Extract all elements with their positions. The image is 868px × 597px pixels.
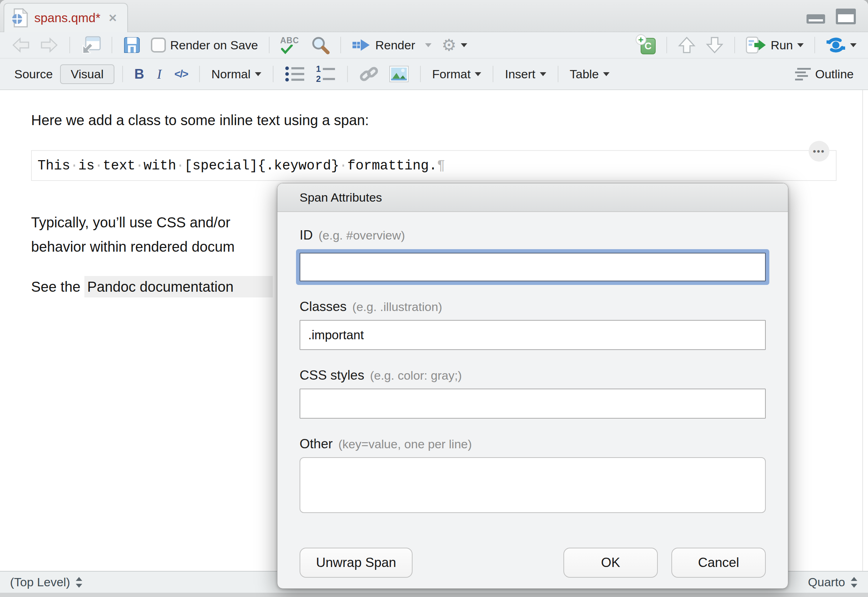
window-bottom-edge xyxy=(0,593,868,597)
paragraph-typically: Typically, you’ll use CSS and/or behavio… xyxy=(31,210,234,259)
span-attributes-dialog: Span Attributes ID (e.g. #overview) Clas… xyxy=(277,183,788,589)
other-field-label: Other (key=value, one per line) xyxy=(300,437,766,451)
bold-button[interactable]: B xyxy=(131,64,148,84)
spellcheck-button[interactable]: ABC xyxy=(277,34,304,56)
forward-button[interactable] xyxy=(37,35,62,55)
paragraph-intro: Here we add a class to some inline text … xyxy=(31,112,369,128)
render-icon xyxy=(352,37,371,53)
render-button[interactable]: Render xyxy=(348,35,419,55)
css-styles-hint: (e.g. color: gray;) xyxy=(370,368,462,383)
paragraph-style-dropdown[interactable]: Normal xyxy=(208,65,265,83)
chevron-down-icon xyxy=(475,72,481,79)
italic-icon: I xyxy=(155,66,164,82)
tab-spans-qmd[interactable]: spans.qmd* ✕ xyxy=(4,3,128,32)
italic-button[interactable]: I xyxy=(151,64,167,84)
other-input[interactable] xyxy=(300,457,766,513)
ellipsis-icon: ••• xyxy=(813,146,825,156)
run-icon xyxy=(746,36,767,54)
tab-title: spans.qmd* xyxy=(34,11,101,25)
outline-level-selector[interactable]: (Top Level) xyxy=(10,575,83,589)
toolbar-separator xyxy=(199,66,200,82)
render-options-dropdown[interactable] xyxy=(421,37,435,52)
rerun-button[interactable] xyxy=(822,34,860,56)
css-styles-label: CSS styles xyxy=(300,368,364,383)
render-on-save-checkbox[interactable] xyxy=(151,37,166,52)
render-settings-button[interactable]: ⚙ xyxy=(438,35,470,55)
cancel-button[interactable]: Cancel xyxy=(671,548,766,578)
chevron-down-icon xyxy=(797,43,804,50)
span-code-block[interactable]: This·is·text·with·[special]{.keyword}·fo… xyxy=(31,150,837,181)
arrow-down-icon xyxy=(706,36,724,53)
render-on-save-checkbox-group[interactable]: Render on Save xyxy=(147,36,262,55)
image-icon xyxy=(389,66,409,82)
bullet-list-icon xyxy=(285,65,305,83)
numbered-list-button[interactable]: 1 2 xyxy=(312,63,339,85)
toolbar-separator xyxy=(493,66,493,82)
paragraph-see-the: See the Pandoc documentation xyxy=(31,279,273,295)
toolbar-separator xyxy=(347,66,348,82)
svg-text:1: 1 xyxy=(316,65,320,74)
dialog-body: ID (e.g. #overview) Classes (e.g. .illus… xyxy=(277,212,788,588)
bullet-list-button[interactable] xyxy=(281,63,309,85)
tab-close-icon[interactable]: ✕ xyxy=(107,12,119,24)
run-button[interactable]: Run xyxy=(742,34,807,56)
link-icon xyxy=(359,65,378,83)
insert-menu[interactable]: Insert xyxy=(501,65,549,83)
format-selector-quarto[interactable]: Quarto xyxy=(808,575,858,589)
spellcheck-icon: ABC xyxy=(280,36,301,54)
toolbar-separator xyxy=(340,37,341,53)
table-menu[interactable]: Table xyxy=(566,65,613,83)
dialog-title-bar[interactable]: Span Attributes xyxy=(277,183,788,212)
back-button[interactable] xyxy=(8,35,34,55)
insert-image-button[interactable] xyxy=(386,64,412,85)
bold-icon: B xyxy=(134,67,144,82)
id-input[interactable] xyxy=(300,253,766,281)
format-selector-label: Quarto xyxy=(808,575,845,589)
up-down-arrows-icon xyxy=(850,576,858,588)
code-format-button[interactable]: </> xyxy=(171,66,191,82)
visual-mode-button[interactable]: Visual xyxy=(60,64,114,84)
paragraph-style-label: Normal xyxy=(211,67,251,81)
chevron-down-icon xyxy=(603,72,610,79)
go-to-previous-section-button[interactable] xyxy=(674,34,699,56)
main-toolbar: Render on Save ABC Render xyxy=(0,32,868,59)
go-to-next-section-button[interactable] xyxy=(702,34,727,56)
tab-bar: spans.qmd* ✕ xyxy=(0,0,868,32)
outline-icon xyxy=(795,67,811,81)
insert-menu-label: Insert xyxy=(505,67,535,81)
toolbar-separator xyxy=(111,37,112,53)
visual-mode-label: Visual xyxy=(71,67,104,81)
pandoc-documentation-link[interactable]: Pandoc documentation xyxy=(85,276,273,297)
toolbar-separator xyxy=(273,66,273,82)
format-menu[interactable]: Format xyxy=(429,65,485,83)
insert-link-button[interactable] xyxy=(356,63,382,85)
css-styles-input[interactable] xyxy=(300,389,766,419)
classes-hint: (e.g. .illustration) xyxy=(353,300,442,314)
maximize-pane-icon[interactable] xyxy=(836,9,856,24)
gear-icon: ⚙ xyxy=(442,37,456,53)
toolbar-separator xyxy=(666,37,667,53)
outline-toggle-button[interactable]: Outline xyxy=(791,65,857,83)
dialog-button-row: Unwrap Span OK Cancel xyxy=(300,548,766,578)
ok-button[interactable]: OK xyxy=(564,548,658,578)
unwrap-span-button[interactable]: Unwrap Span xyxy=(300,548,412,578)
rerun-icon xyxy=(826,36,846,54)
toolbar-separator xyxy=(734,37,735,53)
chevron-down-icon xyxy=(255,72,261,79)
code-format-icon: </> xyxy=(174,68,188,80)
minimize-pane-icon[interactable] xyxy=(807,14,825,24)
block-options-button[interactable]: ••• xyxy=(809,141,829,162)
css-styles-field-label: CSS styles (e.g. color: gray;) xyxy=(300,368,766,383)
run-label: Run xyxy=(771,38,793,52)
other-label: Other xyxy=(300,437,333,451)
toolbar-separator xyxy=(269,37,270,53)
quarto-file-icon xyxy=(12,8,28,28)
source-mode-button[interactable]: Source xyxy=(11,65,56,83)
classes-input[interactable] xyxy=(300,320,766,350)
paragraph-typically-line1: Typically, you’ll use CSS and/or xyxy=(31,214,230,230)
classes-field-label: Classes (e.g. .illustration) xyxy=(300,299,766,314)
find-replace-button[interactable] xyxy=(307,34,333,56)
save-button[interactable] xyxy=(119,34,144,56)
open-in-new-window-button[interactable] xyxy=(77,33,104,57)
insert-code-chunk-button[interactable]: C + xyxy=(634,34,659,56)
